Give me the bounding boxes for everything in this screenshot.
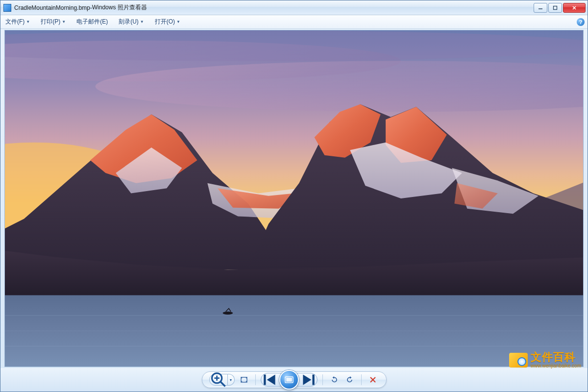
menu-burn-label: 刻录(U): [119, 18, 139, 26]
menu-burn[interactable]: 刻录(U)▼: [117, 17, 146, 27]
separator: [255, 374, 256, 385]
rotate-ccw-button[interactable]: [328, 373, 341, 386]
svg-marker-20: [267, 374, 275, 385]
dropdown-arrow-icon: ▼: [229, 378, 233, 382]
maximize-icon: [553, 5, 558, 10]
menu-email[interactable]: 电子邮件(E): [74, 17, 110, 27]
svg-rect-24: [312, 374, 314, 385]
help-button[interactable]: ?: [577, 18, 585, 26]
slideshow-icon: [285, 376, 294, 383]
maximize-button[interactable]: [548, 3, 562, 13]
separator: [322, 374, 323, 385]
rotate-cw-icon: [346, 376, 354, 384]
previous-icon: [262, 371, 278, 388]
fit-window-button[interactable]: [238, 373, 250, 386]
close-button[interactable]: [563, 3, 586, 13]
svg-marker-25: [332, 376, 334, 379]
menu-file[interactable]: 文件(F)▼: [3, 17, 32, 27]
menu-email-label: 电子邮件(E): [76, 18, 108, 26]
titlebar[interactable]: CradleMountainMorning.bmp - Windows 照片查看…: [0, 0, 588, 15]
rotate-ccw-icon: [330, 376, 338, 384]
toolbar-pill: ▼: [202, 371, 387, 388]
dropdown-arrow-icon: ▼: [176, 20, 180, 24]
zoom-button[interactable]: [209, 374, 228, 386]
slideshow-button[interactable]: [279, 370, 299, 390]
svg-point-13: [222, 312, 233, 315]
menu-open-label: 打开(O): [155, 18, 175, 26]
dropdown-arrow-icon: ▼: [26, 20, 30, 24]
close-icon: [572, 5, 577, 10]
delete-x-icon: [369, 376, 377, 384]
minimize-button[interactable]: [534, 3, 547, 13]
next-icon: [300, 371, 317, 388]
bottom-toolbar: ▼: [0, 368, 588, 392]
svg-rect-1: [554, 6, 557, 9]
svg-line-15: [220, 382, 225, 387]
app-window: CradleMountainMorning.bmp - Windows 照片查看…: [0, 0, 588, 392]
svg-point-7: [5, 30, 583, 61]
menu-open[interactable]: 打开(O)▼: [153, 17, 182, 27]
title-appname: Windows 照片查看器: [92, 3, 147, 12]
navigation-cluster: [261, 373, 318, 387]
next-button[interactable]: [300, 374, 317, 386]
menu-file-label: 文件(F): [5, 18, 24, 26]
window-controls: [533, 3, 586, 13]
svg-rect-22: [286, 378, 292, 382]
zoom-control: ▼: [209, 374, 235, 386]
rotate-cw-button[interactable]: [343, 373, 356, 386]
svg-marker-26: [350, 376, 352, 379]
menu-print[interactable]: 打印(P)▼: [39, 17, 68, 27]
title-filename: CradleMountainMorning.bmp: [14, 4, 90, 11]
menubar: 文件(F)▼ 打印(P)▼ 电子邮件(E) 刻录(U)▼ 打开(O)▼ ?: [0, 15, 588, 29]
dropdown-arrow-icon: ▼: [140, 20, 144, 24]
dropdown-arrow-icon: ▼: [62, 20, 66, 24]
zoom-dropdown[interactable]: ▼: [228, 374, 235, 386]
delete-button[interactable]: [367, 373, 379, 386]
menu-print-label: 打印(P): [41, 18, 60, 26]
svg-rect-19: [264, 374, 266, 385]
minimize-icon: [538, 5, 543, 10]
separator: [361, 374, 362, 385]
svg-marker-23: [303, 374, 311, 385]
photo-content: [5, 30, 583, 367]
image-viewport[interactable]: [4, 30, 584, 367]
fit-window-icon: [240, 376, 248, 384]
app-icon: [3, 4, 11, 12]
previous-button[interactable]: [262, 374, 278, 386]
help-icon: ?: [579, 19, 583, 25]
magnifier-plus-icon: [210, 371, 227, 389]
